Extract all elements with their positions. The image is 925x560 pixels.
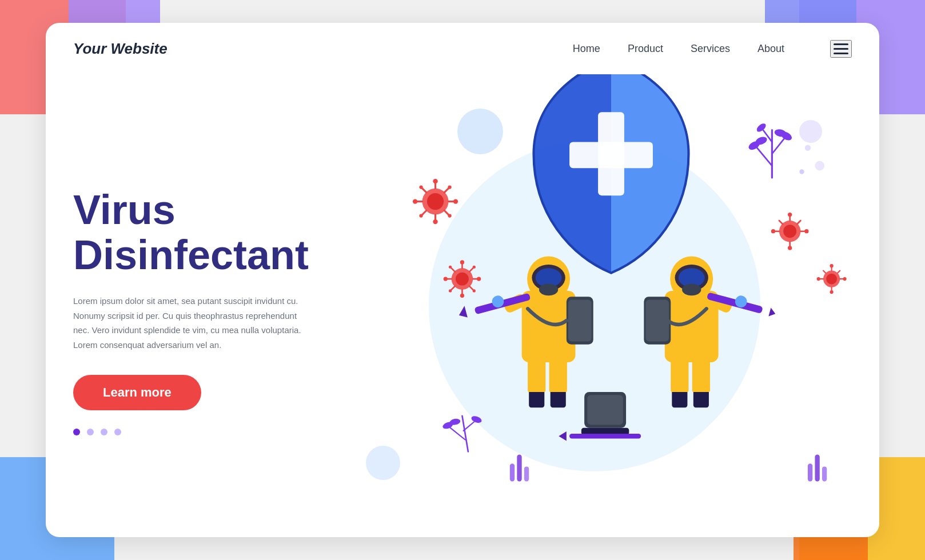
learn-more-button[interactable]: Learn more (73, 375, 201, 410)
svg-point-73 (804, 229, 808, 233)
worker-right (644, 256, 776, 407)
svg-point-11 (799, 169, 804, 174)
svg-line-81 (838, 271, 840, 273)
hero-description: Lorem ipsum dolor sit amet, sea putant s… (73, 294, 302, 352)
svg-line-69 (797, 221, 800, 224)
svg-point-10 (815, 161, 824, 171)
svg-point-59 (473, 266, 476, 269)
svg-point-70 (788, 213, 792, 217)
svg-point-56 (444, 277, 448, 281)
svg-rect-18 (510, 463, 515, 481)
svg-point-36 (433, 179, 437, 183)
svg-point-60 (449, 289, 452, 292)
svg-point-38 (413, 199, 417, 203)
svg-line-32 (422, 189, 426, 193)
nav-item-about[interactable]: About (757, 43, 784, 55)
svg-point-99 (539, 283, 558, 295)
ground-equipment (559, 392, 641, 441)
svg-line-52 (452, 286, 455, 290)
svg-rect-104 (569, 434, 641, 438)
svg-line-34 (422, 210, 426, 214)
svg-point-119 (682, 283, 701, 295)
svg-point-57 (477, 277, 481, 281)
hamburger-line-2 (834, 48, 848, 50)
hamburger-line-1 (834, 43, 848, 45)
svg-point-82 (830, 264, 833, 267)
svg-point-55 (460, 294, 464, 298)
nav-item-product[interactable]: Product (628, 43, 663, 55)
svg-line-13 (450, 428, 465, 440)
grass-bottom-left (510, 455, 529, 482)
plant-bottom-left (442, 415, 483, 451)
nav-item-home[interactable]: Home (573, 43, 600, 55)
svg-line-68 (779, 221, 783, 224)
svg-point-61 (473, 289, 476, 292)
pagination-dots (73, 429, 316, 435)
svg-line-35 (444, 210, 448, 214)
svg-rect-23 (822, 466, 827, 481)
svg-marker-105 (559, 431, 567, 441)
svg-point-45 (456, 273, 469, 286)
svg-point-8 (755, 122, 767, 133)
svg-line-80 (823, 271, 826, 273)
illustration-svg (343, 74, 879, 537)
svg-point-72 (771, 229, 775, 233)
nav: Home Product Services About (573, 40, 852, 58)
svg-rect-22 (815, 455, 819, 482)
left-panel: Virus Disinfectant Lorem ipsum dolor sit… (46, 74, 343, 537)
svg-rect-21 (808, 463, 812, 481)
svg-rect-112 (645, 300, 669, 342)
svg-point-39 (453, 199, 458, 203)
svg-marker-95 (457, 306, 467, 319)
svg-point-63 (783, 225, 796, 238)
svg-point-43 (448, 214, 451, 217)
dot-3[interactable] (101, 429, 107, 435)
header: Your Website Home Product Services About (46, 23, 879, 74)
svg-line-16 (464, 422, 475, 431)
svg-rect-102 (587, 395, 623, 425)
svg-rect-25 (569, 142, 653, 168)
nav-item-services[interactable]: Services (691, 43, 730, 55)
svg-point-71 (788, 246, 792, 250)
virus-right (817, 264, 847, 294)
plant-top-right (747, 122, 824, 178)
svg-point-41 (448, 185, 451, 189)
svg-point-54 (460, 260, 464, 264)
hero-title-line2: Disinfectant (73, 233, 316, 278)
svg-point-85 (843, 277, 846, 281)
svg-point-84 (817, 277, 820, 281)
svg-point-58 (449, 266, 452, 269)
logo: Your Website (73, 40, 168, 58)
svg-point-37 (433, 219, 437, 224)
main-card: Your Website Home Product Services About… (46, 23, 879, 537)
dot-1[interactable] (73, 429, 80, 435)
content-area: Virus Disinfectant Lorem ipsum dolor sit… (46, 74, 879, 537)
svg-point-9 (805, 145, 811, 151)
dot-2[interactable] (87, 429, 94, 435)
svg-rect-92 (568, 300, 592, 342)
virus-mid-left (444, 260, 481, 298)
svg-rect-19 (517, 455, 521, 482)
svg-point-27 (427, 193, 444, 210)
svg-rect-20 (524, 466, 529, 481)
svg-point-75 (826, 274, 837, 285)
dot-4[interactable] (114, 429, 121, 435)
svg-line-33 (444, 189, 448, 193)
svg-line-4 (772, 139, 784, 154)
svg-line-1 (757, 148, 772, 166)
svg-point-40 (419, 185, 422, 189)
svg-point-83 (830, 290, 833, 294)
hero-title-line1: Virus (73, 187, 316, 233)
hamburger-button[interactable] (830, 40, 852, 58)
svg-line-51 (469, 268, 473, 271)
svg-point-42 (419, 214, 422, 217)
grass-bottom-right (808, 455, 827, 482)
svg-line-50 (452, 268, 455, 271)
virus-top-left (413, 179, 458, 224)
shield (534, 74, 689, 273)
virus-top-right (771, 213, 809, 250)
svg-marker-115 (768, 307, 776, 318)
svg-line-12 (462, 416, 468, 452)
right-panel (343, 74, 879, 537)
svg-line-53 (469, 286, 473, 290)
